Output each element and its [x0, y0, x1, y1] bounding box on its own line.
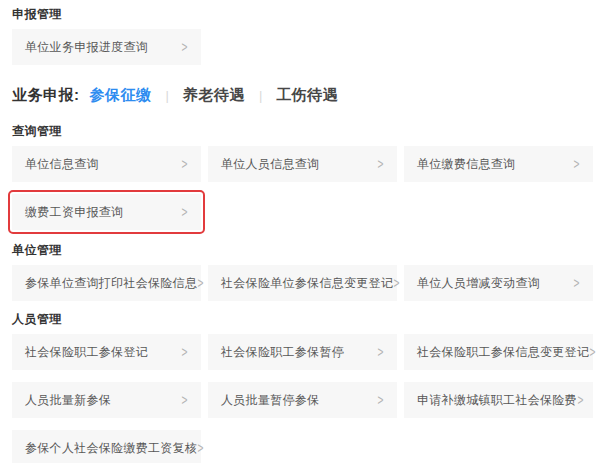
card-row: 人员批量新参保>人员批量暂停参保>申请补缴城镇职工社会保险费> — [12, 382, 600, 418]
card-row: 缴费工资申报查询> — [12, 194, 600, 230]
business-declare-header: 业务申报: 参保征缴|养老待遇|工伤待遇 — [12, 86, 600, 104]
menu-card-label: 单位业务申报进度查询 — [25, 39, 148, 56]
menu-card-label: 单位缴费信息查询 — [417, 156, 515, 173]
person-card-rows: 社会保险职工参保登记>社会保险职工参保暂停>社会保险职工参保信息变更登记>人员批… — [0, 334, 600, 463]
chevron-right-icon: > — [198, 276, 204, 290]
query-card-rows: 单位信息查询>单位人员信息查询>单位缴费信息查询>缴费工资申报查询> — [0, 146, 600, 230]
menu-card[interactable]: 参保个人社会保险缴费工资复核> — [12, 430, 201, 463]
menu-card-label: 缴费工资申报查询 — [25, 204, 123, 221]
card-row: 参保个人社会保险缴费工资复核> — [12, 430, 600, 463]
chevron-right-icon: > — [378, 393, 384, 407]
chevron-right-icon: > — [394, 276, 400, 290]
menu-card-label: 单位人员信息查询 — [221, 156, 319, 173]
card-row: 社会保险职工参保登记>社会保险职工参保暂停>社会保险职工参保信息变更登记> — [12, 334, 600, 370]
chevron-right-icon: > — [182, 40, 188, 54]
menu-card[interactable]: 单位人员信息查询> — [208, 146, 397, 182]
card-row: 参保单位查询打印社会保险信息>社会保险单位参保信息变更登记>单位人员增减变动查询… — [12, 265, 600, 301]
category-tab[interactable]: 养老待遇 — [183, 86, 245, 105]
business-declare-title: 业务申报: — [12, 86, 80, 105]
menu-card[interactable]: 参保单位查询打印社会保险信息> — [12, 265, 201, 301]
chevron-right-icon: > — [198, 441, 204, 455]
chevron-right-icon: > — [182, 345, 188, 359]
category-tab-active[interactable]: 参保征缴 — [90, 86, 152, 105]
chevron-right-icon: > — [182, 393, 188, 407]
tab-divider: | — [259, 88, 262, 103]
section-unit-management: 单位管理 参保单位查询打印社会保险信息>社会保险单位参保信息变更登记>单位人员增… — [0, 244, 600, 301]
menu-card-label: 单位人员增减变动查询 — [417, 275, 540, 292]
section-title-declare-management: 申报管理 — [12, 8, 600, 20]
menu-card[interactable]: 社会保险职工参保暂停> — [208, 334, 397, 370]
menu-card-label: 社会保险职工参保暂停 — [221, 344, 344, 361]
chevron-right-icon: > — [378, 157, 384, 171]
section-title-query-management: 查询管理 — [12, 125, 600, 137]
menu-card[interactable]: 人员批量暂停参保> — [208, 382, 397, 418]
menu-card[interactable]: 单位业务申报进度查询> — [12, 29, 201, 65]
menu-card-highlighted[interactable]: 缴费工资申报查询> — [12, 194, 201, 230]
section-title-person-management: 人员管理 — [12, 313, 600, 325]
chevron-right-icon: > — [574, 157, 580, 171]
menu-card[interactable]: 单位信息查询> — [12, 146, 201, 182]
tab-divider: | — [166, 88, 169, 103]
menu-card-label: 人员批量新参保 — [25, 392, 111, 409]
menu-card[interactable]: 社会保险职工参保信息变更登记> — [404, 334, 593, 370]
menu-card[interactable]: 单位缴费信息查询> — [404, 146, 593, 182]
unit-card-rows: 参保单位查询打印社会保险信息>社会保险单位参保信息变更登记>单位人员增减变动查询… — [0, 265, 600, 301]
section-title-unit-management: 单位管理 — [12, 244, 600, 256]
menu-card-label: 参保个人社会保险缴费工资复核 — [25, 440, 197, 457]
chevron-right-icon: > — [182, 157, 188, 171]
category-tabs: 参保征缴|养老待遇|工伤待遇 — [90, 86, 339, 105]
chevron-right-icon: > — [182, 205, 188, 219]
menu-card-label: 申请补缴城镇职工社会保险费 — [417, 392, 577, 409]
menu-card-label: 社会保险单位参保信息变更登记 — [221, 275, 393, 292]
menu-card-label: 参保单位查询打印社会保险信息 — [25, 275, 197, 292]
menu-card[interactable]: 单位人员增减变动查询> — [404, 265, 593, 301]
card-row: 单位信息查询>单位人员信息查询>单位缴费信息查询> — [12, 146, 600, 182]
category-tab[interactable]: 工伤待遇 — [276, 86, 338, 105]
section-query-management: 查询管理 单位信息查询>单位人员信息查询>单位缴费信息查询>缴费工资申报查询> — [0, 125, 600, 230]
menu-card-label: 单位信息查询 — [25, 156, 99, 173]
chevron-right-icon: > — [590, 345, 596, 359]
section-declare-management: 申报管理 单位业务申报进度查询> — [0, 8, 600, 65]
chevron-right-icon: > — [577, 393, 583, 407]
declare-card-rows: 单位业务申报进度查询> — [0, 29, 600, 65]
menu-card-label: 社会保险职工参保信息变更登记 — [417, 344, 589, 361]
card-row: 单位业务申报进度查询> — [12, 29, 600, 65]
chevron-right-icon: > — [574, 276, 580, 290]
menu-card[interactable]: 社会保险单位参保信息变更登记> — [208, 265, 397, 301]
chevron-right-icon: > — [378, 345, 384, 359]
menu-card-label: 社会保险职工参保登记 — [25, 344, 148, 361]
menu-card-label: 人员批量暂停参保 — [221, 392, 319, 409]
menu-card[interactable]: 申请补缴城镇职工社会保险费> — [404, 382, 593, 418]
menu-card[interactable]: 人员批量新参保> — [12, 382, 201, 418]
menu-card[interactable]: 社会保险职工参保登记> — [12, 334, 201, 370]
social-insurance-service-menu: 申报管理 单位业务申报进度查询> 业务申报: 参保征缴|养老待遇|工伤待遇 查询… — [0, 0, 600, 463]
section-person-management: 人员管理 社会保险职工参保登记>社会保险职工参保暂停>社会保险职工参保信息变更登… — [0, 313, 600, 463]
